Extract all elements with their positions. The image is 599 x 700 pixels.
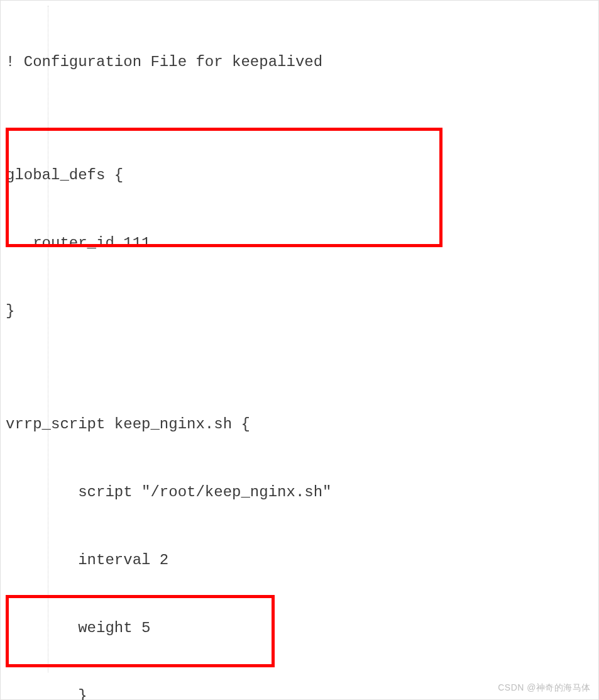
code-line: router_id 111 <box>6 232 593 255</box>
code-line: ! Configuration File for keepalived <box>6 51 593 74</box>
code-line: script "/root/keep_nginx.sh" <box>6 481 593 504</box>
code-line: vrrp_script keep_nginx.sh { <box>6 413 593 436</box>
code-line: interval 2 <box>6 549 593 572</box>
code-line: global_defs { <box>6 164 593 187</box>
code-line: } <box>6 300 593 323</box>
code-line: weight 5 <box>6 617 593 640</box>
page-container: ! Configuration File for keepalived glob… <box>0 0 599 700</box>
watermark-text: CSDN @神奇的海马体 <box>498 681 591 694</box>
config-code-block: ! Configuration File for keepalived glob… <box>6 6 593 700</box>
